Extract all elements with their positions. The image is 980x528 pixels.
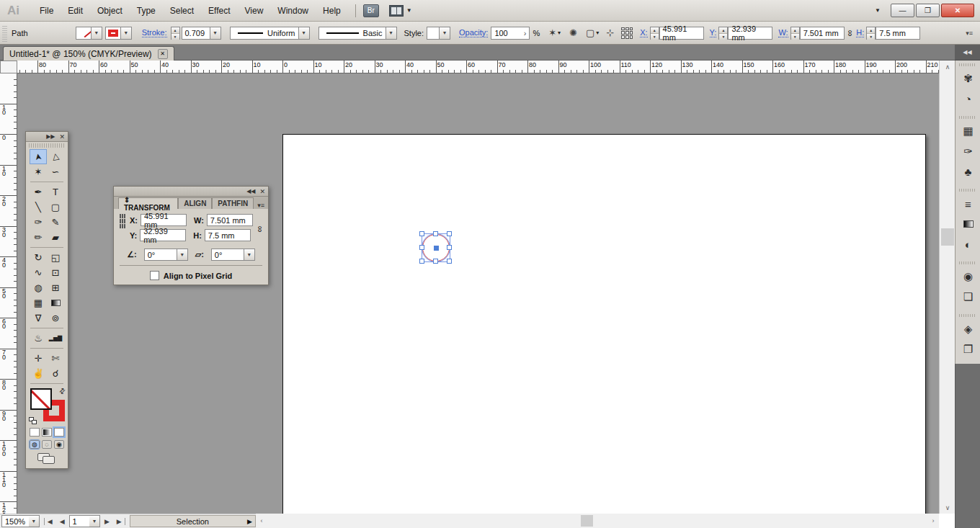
eyedropper-tool[interactable]: ∇: [30, 310, 47, 326]
app-bar-dropdown-arrow[interactable]: ▼: [875, 7, 881, 14]
selection-center-point[interactable]: [434, 246, 439, 251]
select-similar-chevron-icon[interactable]: ▾: [558, 30, 561, 36]
screen-mode-button[interactable]: [37, 453, 56, 465]
menu-item-effect[interactable]: Effect: [201, 3, 237, 19]
vertical-scrollbar[interactable]: ∧ ∨: [939, 61, 955, 514]
symbol-sprayer-tool[interactable]: ♨: [30, 331, 47, 346]
x-label[interactable]: X:: [640, 28, 647, 37]
menu-item-type[interactable]: Type: [130, 3, 163, 19]
paintbrush-tool[interactable]: ✑: [30, 215, 47, 230]
stepper-up-icon[interactable]: ▲: [651, 27, 659, 34]
stepper-up-icon[interactable]: ▲: [172, 27, 179, 34]
horizontal-scroll-thumb[interactable]: [581, 515, 593, 527]
shape-builder-tool[interactable]: ◍: [30, 280, 47, 295]
w-field[interactable]: 7.501 mm: [800, 27, 845, 40]
scroll-right-icon[interactable]: ›: [927, 514, 939, 528]
maximize-button[interactable]: ❐: [916, 4, 940, 17]
tab-transform[interactable]: ⇕ TRANSFORM: [118, 197, 178, 209]
select-similar-button[interactable]: ✶: [548, 27, 556, 38]
stepper-up-icon[interactable]: ▲: [867, 27, 875, 34]
transform-w-field[interactable]: 7.501 mm: [207, 214, 253, 226]
tools-collapse-icon[interactable]: ▶▶: [46, 133, 55, 140]
status-display[interactable]: Selection ▶: [130, 515, 256, 527]
ruler-origin-corner[interactable]: [0, 61, 17, 73]
selection-handle[interactable]: [447, 245, 452, 250]
selected-object[interactable]: [422, 234, 450, 261]
h-field[interactable]: 7.5 mm: [876, 27, 920, 40]
dock-header[interactable]: ◀◀: [955, 45, 980, 61]
default-fill-stroke-icon[interactable]: [29, 417, 37, 424]
none-mode-button[interactable]: [54, 428, 64, 437]
menu-item-view[interactable]: View: [238, 3, 271, 19]
fill-indicator[interactable]: [30, 388, 52, 410]
y-label[interactable]: Y:: [710, 28, 717, 37]
menu-item-help[interactable]: Help: [316, 3, 348, 19]
artboard-tool[interactable]: ✛: [30, 351, 47, 366]
opacity-link[interactable]: Opacity:: [459, 28, 488, 37]
selection-handle[interactable]: [447, 231, 452, 236]
slice-tool[interactable]: ✄: [47, 351, 64, 366]
shear-chevron-icon[interactable]: ▾: [244, 249, 255, 261]
zoom-chevron-icon[interactable]: ▾: [29, 515, 40, 527]
stepper-up-icon[interactable]: ▲: [719, 27, 727, 34]
swatches-panel-icon[interactable]: ▦: [956, 121, 980, 141]
stepper-up-icon[interactable]: ▲: [791, 27, 799, 34]
color-mode-button[interactable]: [30, 428, 40, 437]
stepper-down-icon[interactable]: ▼: [172, 34, 179, 40]
layers-panel-icon[interactable]: ◈: [956, 319, 980, 339]
control-panel-menu-icon[interactable]: ▾≡: [966, 30, 973, 37]
reference-point-locator[interactable]: [621, 27, 633, 39]
line-segment-tool[interactable]: ╲: [30, 200, 47, 215]
rotate-tool[interactable]: ↻: [30, 250, 47, 265]
selection-handle[interactable]: [447, 259, 452, 264]
arrange-documents-button[interactable]: ▼: [389, 5, 412, 17]
selection-tool[interactable]: ➤: [30, 149, 47, 164]
w-stepper[interactable]: ▲▼: [790, 27, 800, 40]
rectangle-tool[interactable]: ▢: [47, 200, 64, 215]
stepper-down-icon[interactable]: ▼: [791, 34, 799, 40]
last-artboard-button[interactable]: ▶: [114, 518, 125, 525]
free-transform-tool[interactable]: ⊡: [47, 265, 64, 280]
mesh-tool[interactable]: ▦: [30, 295, 47, 310]
appearance-panel-icon[interactable]: ◉: [956, 267, 980, 287]
eraser-tool[interactable]: ▰: [47, 230, 64, 245]
hand-tool[interactable]: ✌: [30, 366, 47, 381]
transform-link-icon[interactable]: ∞: [255, 226, 265, 233]
selection-handle[interactable]: [433, 231, 438, 236]
selection-handle[interactable]: [433, 259, 438, 264]
next-artboard-button[interactable]: ▶: [102, 518, 112, 525]
x-stepper[interactable]: ▲▼: [650, 27, 659, 40]
draw-inside-button[interactable]: ◉: [54, 440, 64, 449]
selection-handle[interactable]: [419, 259, 424, 264]
horizontal-ruler[interactable]: 8070605040302010010203040506070809010011…: [17, 61, 939, 73]
width-tool[interactable]: ∿: [30, 265, 47, 280]
scroll-down-icon[interactable]: ∨: [940, 501, 956, 514]
transform-collapse-icon[interactable]: ◀◀: [246, 188, 255, 194]
document-tab-close-icon[interactable]: ✕: [158, 49, 168, 59]
menu-item-object[interactable]: Object: [90, 3, 130, 19]
transform-y-field[interactable]: 32.939 mm: [140, 229, 186, 241]
draw-behind-button[interactable]: ◌: [42, 440, 52, 449]
shear-angle-dropdown[interactable]: 0°: [211, 249, 244, 261]
tools-panel-grip[interactable]: [29, 143, 65, 148]
menu-item-select[interactable]: Select: [163, 3, 201, 19]
stroke-color-swatch[interactable]: [105, 27, 121, 40]
selection-handle[interactable]: [419, 231, 424, 236]
isolate-chevron-icon[interactable]: ▾: [596, 30, 599, 36]
first-artboard-button[interactable]: ◀: [44, 518, 55, 525]
opacity-field[interactable]: 100 ›: [491, 27, 530, 40]
menu-item-edit[interactable]: Edit: [61, 3, 90, 19]
direct-selection-tool[interactable]: ▷: [47, 149, 64, 164]
artboard-number-dropdown[interactable]: 1: [69, 515, 89, 527]
constrain-icon[interactable]: ⊹: [606, 27, 614, 38]
stroke-panel-icon[interactable]: ≡: [956, 194, 980, 214]
w-label[interactable]: W:: [778, 28, 788, 37]
stroke-weight-field[interactable]: 0.709: [182, 27, 210, 40]
color-guide-panel-icon[interactable]: ◔: [956, 89, 980, 109]
style-chevron-icon[interactable]: ▾: [440, 27, 450, 40]
column-graph-tool[interactable]: ▂▅▇: [47, 331, 64, 346]
menu-item-window[interactable]: Window: [270, 3, 316, 19]
brushes-panel-icon[interactable]: ✑: [956, 141, 980, 161]
stepper-down-icon[interactable]: ▼: [651, 34, 659, 40]
link-dimensions-icon[interactable]: ∞: [845, 30, 855, 36]
